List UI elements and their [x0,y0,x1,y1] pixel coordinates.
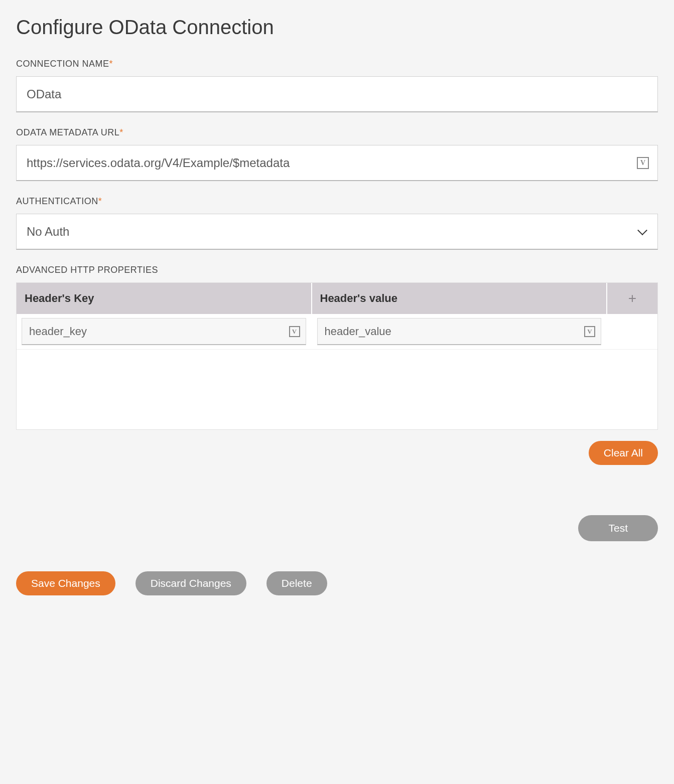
required-star: * [98,196,102,206]
metadata-url-label: ODATA METADATA URL* [16,127,658,138]
table-row: V V [17,314,657,349]
connection-name-label: CONNECTION NAME* [16,59,658,69]
required-star: * [119,127,123,137]
metadata-url-group: ODATA METADATA URL* V [16,127,658,181]
delete-button[interactable]: Delete [266,571,327,595]
header-value-input[interactable] [317,318,602,345]
metadata-url-label-text: ODATA METADATA URL [16,127,119,137]
authentication-label: AUTHENTICATION* [16,196,658,207]
authentication-value: No Auth [27,225,69,239]
variable-icon[interactable]: V [289,326,300,337]
connection-name-input[interactable] [16,76,658,112]
metadata-url-input[interactable] [16,145,658,181]
clear-all-button[interactable]: Clear All [589,441,658,465]
connection-name-label-text: CONNECTION NAME [16,59,109,69]
table-header-row: Header's Key Header's value + [17,283,657,314]
authentication-select[interactable]: No Auth [16,214,658,250]
header-key-input[interactable] [22,318,306,345]
required-star: * [109,59,113,69]
table-empty-area [17,349,657,429]
add-header-button[interactable]: + [607,283,657,314]
headers-table: Header's Key Header's value + V V [16,282,658,430]
plus-icon: + [628,291,636,305]
variable-icon[interactable]: V [637,157,649,169]
save-changes-button[interactable]: Save Changes [16,571,115,595]
column-header-value: Header's value [312,283,607,314]
test-button[interactable]: Test [578,515,658,541]
authentication-label-text: AUTHENTICATION [16,196,98,206]
advanced-http-group: ADVANCED HTTP PROPERTIES Header's Key He… [16,265,658,465]
advanced-http-label: ADVANCED HTTP PROPERTIES [16,265,658,275]
authentication-group: AUTHENTICATION* No Auth [16,196,658,250]
connection-name-group: CONNECTION NAME* [16,59,658,112]
variable-icon[interactable]: V [584,326,595,337]
page-title: Configure OData Connection [16,16,658,39]
discard-changes-button[interactable]: Discard Changes [136,571,246,595]
column-header-key: Header's Key [17,283,311,314]
